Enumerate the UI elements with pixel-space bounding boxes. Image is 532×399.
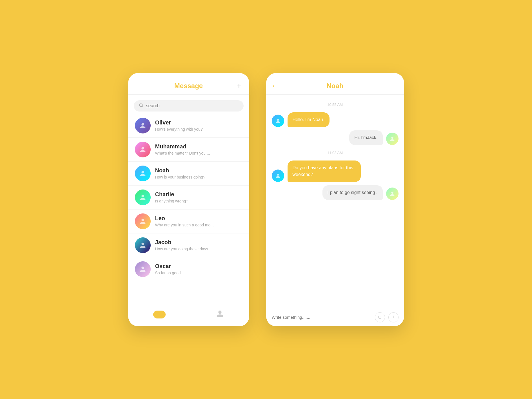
chat-input-bar: ☺ +: [266, 308, 404, 326]
search-icon: [139, 103, 143, 109]
contact-preview: Why are you in such a good mo...: [155, 223, 242, 227]
contact-item[interactable]: Leo Why are you in such a good mo...: [128, 209, 249, 233]
avatar: [135, 118, 151, 133]
messages-panel: Message + Oliver How's everything with y…: [128, 73, 249, 326]
contact-item[interactable]: Jacob How are you doing these days...: [128, 233, 249, 257]
message-row: Hi. I'mJack.: [272, 130, 399, 145]
add-icon: +: [392, 314, 395, 320]
profile-nav-button[interactable]: [216, 310, 224, 320]
contact-name: Jacob: [155, 239, 242, 246]
contact-name: Oliver: [155, 119, 242, 126]
back-button[interactable]: ‹: [273, 82, 275, 90]
contact-preview: Is anything wrong?: [155, 199, 242, 203]
search-input[interactable]: [146, 103, 239, 108]
chat-header: ‹ Noah: [266, 73, 404, 95]
avatar: [135, 261, 151, 277]
timestamp: 11:03 AM: [272, 151, 399, 155]
avatar: [386, 133, 399, 145]
messages-header: Message +: [128, 73, 249, 95]
chat-title: Noah: [327, 82, 344, 90]
contact-preview: So far so good.: [155, 271, 242, 275]
emoji-button[interactable]: ☺: [375, 312, 385, 322]
avatar: [135, 213, 151, 229]
contact-preview: What's the matter? Don't you ...: [155, 151, 242, 155]
message-bubble: Hi. I'mJack.: [349, 130, 382, 145]
attach-button[interactable]: +: [388, 312, 399, 322]
contact-preview: How is your business going?: [155, 175, 242, 179]
contact-name: Charlie: [155, 191, 242, 198]
contact-item[interactable]: Noah How is your business going?: [128, 162, 249, 186]
contact-info: Noah How is your business going?: [155, 167, 242, 179]
contacts-list: Oliver How's everything with you? Muhamm…: [128, 114, 249, 304]
contact-preview: How's everything with you?: [155, 127, 242, 131]
message-bubble: I plan to go sight seeing .: [322, 185, 383, 200]
contact-name: Noah: [155, 167, 242, 174]
avatar: [135, 237, 151, 253]
contact-info: Muhammad What's the matter? Don't you ..…: [155, 143, 242, 155]
emoji-icon: ☺: [377, 314, 382, 320]
message-row: Hello. I'm Noah.: [272, 112, 399, 127]
avatar: [272, 170, 284, 182]
messages-nav-button[interactable]: [153, 311, 166, 318]
message-bubble: Hello. I'm Noah.: [288, 112, 330, 127]
avatar: [135, 190, 151, 205]
search-bar[interactable]: [134, 100, 244, 112]
contact-name: Oscar: [155, 263, 242, 269]
bottom-nav: [128, 304, 249, 326]
contact-item[interactable]: Oliver How's everything with you?: [128, 114, 249, 138]
avatar: [272, 115, 284, 127]
avatar: [135, 142, 151, 157]
contact-preview: How are you doing these days...: [155, 247, 242, 251]
messages-title: Message: [174, 82, 203, 90]
contact-info: Leo Why are you in such a good mo...: [155, 215, 242, 227]
avatar: [386, 188, 399, 200]
contact-info: Charlie Is anything wrong?: [155, 191, 242, 203]
contact-item[interactable]: Charlie Is anything wrong?: [128, 186, 249, 209]
timestamp: 10:55 AM: [272, 102, 399, 107]
new-message-button[interactable]: +: [237, 81, 241, 90]
message-row: Do you have any plans for this weekend?: [272, 161, 399, 182]
chat-panel: ‹ Noah 10:55 AM Hello. I'm Noah. Hi. I'm…: [266, 73, 404, 326]
contact-info: Jacob How are you doing these days...: [155, 239, 242, 251]
contact-name: Muhammad: [155, 143, 242, 150]
message-input[interactable]: [272, 315, 371, 320]
contact-info: Oscar So far so good.: [155, 263, 242, 275]
contact-name: Leo: [155, 215, 242, 222]
contact-item[interactable]: Muhammad What's the matter? Don't you ..…: [128, 138, 249, 162]
message-row: I plan to go sight seeing .: [272, 185, 399, 200]
message-bubble: Do you have any plans for this weekend?: [288, 161, 361, 182]
svg-line-1: [142, 106, 143, 107]
contact-item[interactable]: Oscar So far so good.: [128, 257, 249, 281]
avatar: [135, 166, 151, 181]
chat-messages: 10:55 AM Hello. I'm Noah. Hi. I'mJack. 1…: [266, 95, 404, 308]
contact-info: Oliver How's everything with you?: [155, 119, 242, 131]
